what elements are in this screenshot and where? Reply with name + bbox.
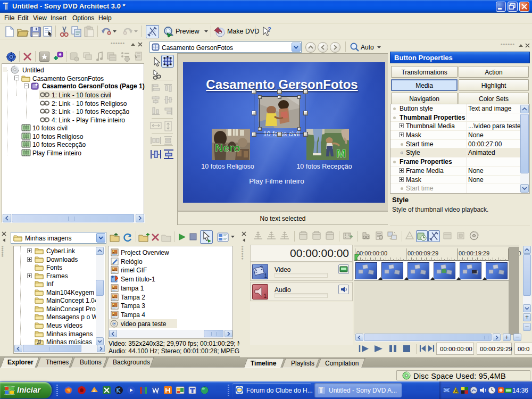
svg-text:M: M: [336, 147, 346, 160]
svg-text:Nero: Nero: [215, 142, 240, 154]
svg-text:?: ?: [268, 26, 271, 32]
svg-text:A: A: [454, 388, 458, 394]
